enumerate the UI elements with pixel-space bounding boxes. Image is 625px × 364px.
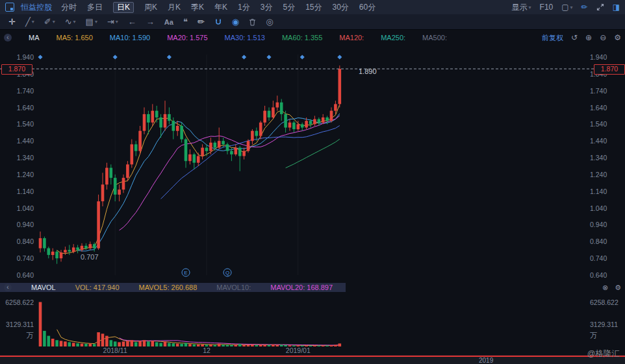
- tab-60min[interactable]: 60分: [359, 1, 376, 13]
- tab-monthly-k[interactable]: 月K: [168, 1, 181, 13]
- svg-text:Q: Q: [225, 270, 229, 276]
- caret-down-icon: ▾: [53, 19, 55, 25]
- app-logo-icon[interactable]: [5, 3, 14, 12]
- comment-tool-icon[interactable]: ❝: [183, 17, 188, 27]
- ma120-value: MA120:: [339, 34, 364, 42]
- svg-text:E: E: [184, 270, 187, 276]
- tab-5min[interactable]: 5分: [283, 1, 295, 13]
- pan-tool-icon[interactable]: ✛: [8, 17, 16, 27]
- wave-tool-icon[interactable]: ∿▾: [65, 17, 76, 27]
- draw-line-tool-icon[interactable]: ✐▾: [44, 17, 55, 27]
- ma30-value: MA30: 1.513: [225, 34, 265, 42]
- zoom-in-icon[interactable]: ⊕: [585, 33, 592, 42]
- fullscreen-icon[interactable]: [596, 3, 604, 11]
- display-dropdown[interactable]: 显示 ▾: [512, 2, 531, 13]
- f10-button[interactable]: F10: [540, 3, 554, 12]
- settings-gear-icon[interactable]: ⚙: [615, 284, 621, 292]
- close-pane-icon[interactable]: ⊗: [602, 284, 608, 292]
- mavol5-value: MAVOL5: 260.688: [139, 284, 198, 291]
- trash-icon[interactable]: [249, 18, 256, 26]
- annotate-pencil-icon[interactable]: ✏: [581, 3, 588, 12]
- volume-indicator-row: ‹ MAVOL VOL: 417.940 MAVOL5: 260.688 MAV…: [0, 283, 625, 292]
- layout-select-icon[interactable]: ▢ ▾: [561, 3, 572, 12]
- adjust-mode-button[interactable]: 前复权: [542, 33, 563, 43]
- timeline-range-indicator[interactable]: [0, 356, 625, 357]
- volume-chart[interactable]: [0, 292, 625, 346]
- ma60-value: MA60: 1.355: [282, 34, 322, 42]
- panel-layout-icon[interactable]: ◨: [613, 3, 620, 12]
- month-gridlines: [115, 55, 298, 275]
- text-tool-icon[interactable]: Aa: [164, 18, 173, 26]
- settings-gear-icon[interactable]: ⚙: [614, 33, 621, 42]
- pencil-tool-icon[interactable]: ✏: [198, 17, 205, 27]
- pane-toggle-icon[interactable]: ‹: [4, 34, 12, 42]
- stock-chart-app: 恒益控股 分时 多日 日K 周K 月K 季K 年K 1分 3分 5分 15分 3…: [0, 0, 625, 364]
- caret-down-icon: ▾: [529, 5, 531, 10]
- caret-down-icon: ▾: [95, 19, 97, 25]
- ma250-value: MA250:: [381, 34, 405, 42]
- chart-header-controls: 前复权 ↺ ⊕ ⊖ ⚙: [542, 33, 621, 43]
- indicator-group-label[interactable]: MA: [29, 34, 40, 42]
- undo-arrow-icon[interactable]: ←: [128, 17, 136, 27]
- tab-weekly-k[interactable]: 周K: [144, 1, 157, 13]
- tab-multi-day[interactable]: 多日: [87, 1, 103, 13]
- volume-header-values: ‹ MAVOL VOL: 417.940 MAVOL5: 260.688 MAV…: [0, 283, 337, 292]
- tab-30min[interactable]: 30分: [333, 1, 349, 13]
- hide-drawings-icon[interactable]: ◎: [266, 17, 273, 27]
- ma20-value: MA20: 1.575: [167, 34, 207, 42]
- tab-time-sharing[interactable]: 分时: [61, 1, 77, 13]
- symbol-name[interactable]: 恒益控股: [21, 2, 52, 13]
- ma-indicator-row: ‹ MA MA5: 1.650 MA10: 1.590 MA20: 1.575 …: [0, 32, 625, 43]
- zoom-out-icon[interactable]: ⊖: [600, 33, 606, 42]
- topbar: 恒益控股 分时 多日 日K 周K 月K 季K 年K 1分 3分 5分 15分 3…: [0, 0, 625, 14]
- time-axis: 2018/11122019/01: [0, 346, 625, 355]
- caret-down-icon: ▾: [570, 5, 573, 10]
- time-axis-label: 12: [203, 346, 210, 354]
- current-price-tag-right: 1.870: [594, 64, 625, 75]
- timeline-bar: 2019: [0, 355, 625, 364]
- pattern-tool-icon[interactable]: ▤▾: [86, 17, 97, 27]
- pane-toggle-icon[interactable]: ‹: [4, 284, 12, 291]
- tab-yearly-k[interactable]: 年K: [214, 1, 227, 13]
- vol-value: VOL: 417.940: [75, 284, 120, 291]
- period-tabs: 分时 多日 日K 周K 月K 季K 年K 1分 3分 5分 15分 30分 60…: [61, 1, 376, 13]
- mavol10-value: MAVOL10:: [216, 284, 251, 291]
- tab-1min[interactable]: 1分: [238, 1, 250, 13]
- tab-daily-k[interactable]: 日K: [113, 2, 134, 13]
- tab-15min[interactable]: 15分: [305, 1, 322, 13]
- ma5-value: MA5: 1.650: [57, 34, 93, 42]
- eye-tool-icon[interactable]: ◉: [232, 17, 239, 27]
- redo-arrow-icon[interactable]: →: [146, 17, 155, 27]
- candlestick-chart[interactable]: EQ1.8900.707: [0, 30, 625, 280]
- display-label: 显示: [512, 2, 528, 13]
- caret-down-icon: ▾: [32, 19, 34, 25]
- tab-3min[interactable]: 3分: [261, 1, 273, 13]
- low-price-annotation: 0.707: [81, 253, 99, 261]
- ma10-value: MA10: 1.590: [110, 34, 150, 42]
- time-axis-label: 2019/01: [286, 346, 311, 354]
- drawing-toolbar: ✛ ╱▾ ✐▾ ∿▾ ▤▾ ⇥▾ ← → Aa ❝ ✏ ◉ ◎: [0, 14, 625, 30]
- current-price-tag-left: 1.870: [1, 64, 32, 75]
- magnet-tool-icon[interactable]: [214, 18, 222, 26]
- topbar-right-controls: 显示 ▾ F10 ▢ ▾ ✏ ◨: [512, 2, 620, 13]
- timeline-year-label: 2019: [479, 357, 493, 364]
- candles: [39, 66, 341, 264]
- caret-down-icon: ▾: [73, 19, 76, 25]
- high-price-annotation: 1.890: [359, 67, 377, 75]
- layout-box-icon: ▢: [561, 3, 568, 12]
- watermark: @格隆汇: [587, 348, 620, 359]
- mavol-group-label[interactable]: MAVOL: [31, 284, 56, 291]
- time-axis-label: 2018/11: [103, 346, 127, 354]
- ma500-value: MA500:: [422, 34, 447, 42]
- mavol20-value: MAVOL20: 168.897: [270, 284, 333, 291]
- volume-bars: [39, 302, 341, 347]
- tab-quarterly-k[interactable]: 季K: [191, 1, 204, 13]
- measure-tool-icon[interactable]: ⇥▾: [107, 17, 118, 27]
- undo-icon[interactable]: ↺: [571, 33, 578, 42]
- caret-down-icon: ▾: [116, 19, 118, 25]
- volume-header-controls: ⊗ ⚙: [602, 283, 621, 292]
- trend-line-tool-icon[interactable]: ╱▾: [25, 17, 34, 27]
- event-markers[interactable]: [38, 55, 342, 59]
